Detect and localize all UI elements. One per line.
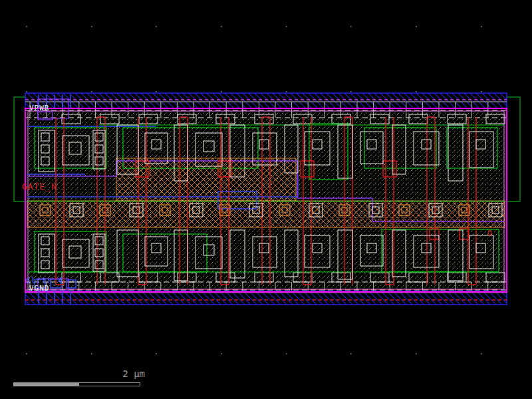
cell-name-label: dlrtn_4: [25, 277, 64, 285]
layout-geometry: [0, 0, 532, 399]
q-pin-label: Q: [487, 229, 492, 237]
layout-viewport[interactable]: VPWR VGND GATE_N dlrtn_4 Q 2 µm: [0, 0, 532, 399]
vgnd-label: VGND: [29, 285, 50, 292]
scale-label: 2 µm: [93, 369, 145, 378]
scale-bar-fill: [14, 383, 79, 386]
vpwr-label: VPWR: [29, 104, 50, 112]
scale-bar: [13, 382, 140, 386]
gate-n-pin-label: GATE_N: [22, 182, 57, 191]
